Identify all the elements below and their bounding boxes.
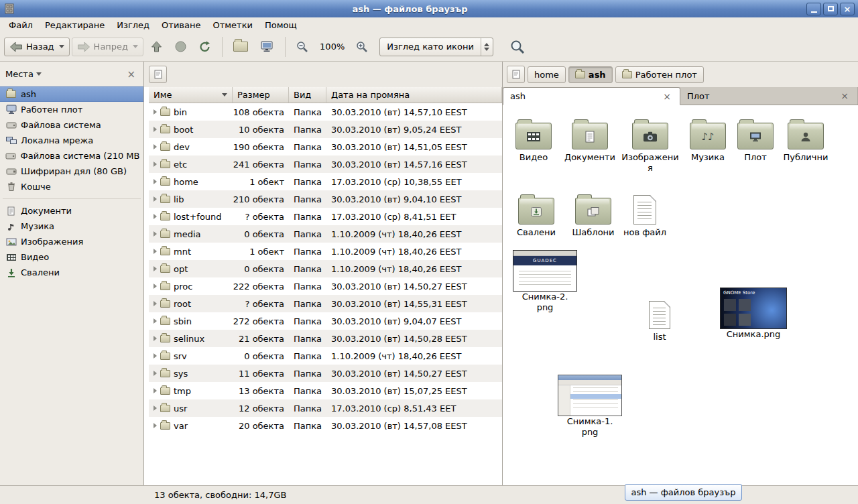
table-row[interactable]: sbin272 обектаПапка30.03.2010 (вт) 9,04,… — [149, 312, 502, 330]
minimize-button[interactable] — [806, 3, 821, 15]
computer-button[interactable] — [255, 37, 280, 56]
table-row[interactable]: boot10 обектаПапка30.03.2010 (вт) 9,05,2… — [149, 121, 502, 138]
close-button[interactable]: × — [840, 3, 855, 15]
table-row[interactable]: media0 обектаПапка1.10.2009 (чт) 18,40,2… — [149, 225, 502, 243]
file-item-documents[interactable]: Документи — [560, 115, 619, 163]
table-row[interactable]: opt0 обектаПапка1.10.2009 (чт) 18,40,26 … — [149, 260, 502, 277]
file-item-downloads[interactable]: Свалени — [509, 190, 563, 238]
file-item-desktop-folder[interactable]: Плот — [735, 115, 776, 163]
expander-icon[interactable] — [154, 353, 157, 359]
menu-help[interactable]: Помощ — [259, 19, 303, 32]
table-row[interactable]: sys11 обектаПапка30.03.2010 (вт) 14,50,2… — [149, 365, 502, 382]
file-item-snimka1[interactable]: Снимка-1.png — [556, 375, 623, 437]
zoom-out-button[interactable] — [291, 37, 314, 57]
expander-icon[interactable] — [154, 231, 157, 237]
titlebar[interactable]: ash — файлов браузър × — [0, 0, 858, 17]
sidebar-item-video[interactable]: Видео — [0, 249, 143, 265]
combo-spinner-icon[interactable] — [481, 38, 493, 56]
menu-edit[interactable]: Редактиране — [39, 19, 111, 32]
column-header-type[interactable]: Вид — [289, 87, 326, 103]
file-item-new-file[interactable]: нов файл — [618, 190, 672, 238]
icon-view[interactable]: Видео Документи Изображения ♪♪ Музика Пл… — [503, 105, 858, 485]
expander-icon[interactable] — [154, 405, 157, 411]
pathbar-button-desktop[interactable]: Работен плот — [615, 66, 704, 83]
expander-icon[interactable] — [154, 284, 157, 289]
sidebar-close-icon[interactable]: × — [124, 68, 138, 80]
taskbar-window-button[interactable]: ash — файлов браузър — [625, 484, 742, 501]
tab-desktop[interactable]: Плот × — [680, 87, 858, 105]
table-row[interactable]: root? обектаПапка30.03.2010 (вт) 14,55,3… — [149, 295, 502, 312]
expander-icon[interactable] — [154, 196, 157, 202]
pathbar-button-ash[interactable]: ash — [568, 66, 613, 83]
forward-button[interactable]: Напред — [72, 38, 143, 56]
sidebar-item-desktop[interactable]: Работен плот — [0, 102, 143, 117]
tab-ash[interactable]: ash × — [503, 87, 680, 105]
table-row[interactable]: tmp13 обектаПапка30.03.2010 (вт) 15,07,2… — [149, 382, 502, 399]
location-toggle-button[interactable] — [149, 66, 167, 83]
file-item-templates[interactable]: Шаблони — [567, 190, 619, 238]
file-item-snimka[interactable]: GNOME Store Снимка.png — [720, 288, 787, 340]
expander-icon[interactable] — [154, 336, 157, 341]
sidebar-item-filesystem-210mb[interactable]: Файлова система (210 MB) — [0, 148, 143, 164]
file-item-video[interactable]: Видео — [507, 115, 560, 163]
expander-icon[interactable] — [154, 266, 157, 271]
expander-icon[interactable] — [154, 249, 157, 254]
expander-icon[interactable] — [154, 318, 157, 324]
reload-button[interactable] — [194, 37, 217, 57]
file-item-images[interactable]: Изображения — [621, 115, 680, 173]
tab-close-icon[interactable]: × — [661, 91, 673, 102]
location-toggle-button[interactable] — [507, 66, 525, 83]
table-row[interactable]: lib210 обектаПапка30.03.2010 (вт) 9,04,1… — [149, 190, 502, 208]
sidebar-item-documents[interactable]: Документи — [0, 203, 143, 218]
sidebar-title-select[interactable]: Места — [5, 69, 42, 79]
expander-icon[interactable] — [154, 423, 157, 428]
menu-go[interactable]: Отиване — [156, 19, 206, 32]
table-row[interactable]: var20 обектаПапка30.03.2010 (вт) 14,57,0… — [149, 417, 502, 434]
expander-icon[interactable] — [154, 162, 157, 167]
table-row[interactable]: dev190 обектаПапка30.03.2010 (вт) 14,51,… — [149, 138, 502, 155]
file-item-music[interactable]: ♪♪ Музика — [682, 115, 733, 163]
expander-icon[interactable] — [154, 301, 157, 306]
table-row[interactable]: mnt1 обектПапка1.10.2009 (чт) 18,40,26 E… — [149, 243, 502, 260]
sidebar-item-encrypted-80gb[interactable]: Шифриран дял (80 GB) — [0, 164, 143, 179]
tab-close-icon[interactable]: × — [839, 90, 851, 101]
zoom-in-button[interactable] — [351, 37, 373, 57]
file-item-list[interactable]: list — [634, 297, 685, 342]
home-button[interactable] — [228, 38, 253, 56]
expander-icon[interactable] — [154, 179, 157, 184]
table-row[interactable]: selinux21 обектаПапка30.03.2010 (вт) 14,… — [149, 330, 502, 347]
sidebar-item-filesystem[interactable]: Файлова система — [0, 117, 143, 133]
stop-button[interactable] — [170, 37, 192, 56]
sidebar-item-ash[interactable]: ash — [0, 86, 143, 102]
table-row[interactable]: srv0 обектаПапка1.10.2009 (чт) 18,40,26 … — [149, 347, 502, 365]
expander-icon[interactable] — [154, 371, 157, 376]
view-mode-select[interactable]: Изглед като икони — [379, 38, 493, 56]
expander-icon[interactable] — [154, 144, 157, 149]
menu-file[interactable]: Файл — [3, 19, 39, 32]
file-item-snimka2[interactable]: GUADEC Снимка-2.png — [512, 250, 578, 312]
table-row[interactable]: bin108 обектаПапка30.03.2010 (вт) 14,57,… — [149, 103, 502, 121]
table-row[interactable]: etc241 обектаПапка30.03.2010 (вт) 14,57,… — [149, 155, 502, 173]
file-item-public[interactable]: Публични — [778, 115, 834, 163]
sidebar-item-local-network[interactable]: Локална мрежа — [0, 133, 143, 148]
column-header-date[interactable]: Дата на промяна — [326, 87, 502, 103]
back-button[interactable]: Назад — [4, 38, 70, 56]
up-button[interactable] — [145, 37, 168, 56]
table-row[interactable]: lost+found? обектаПапка17.03.2010 (ср) 8… — [149, 208, 502, 225]
table-row[interactable]: proc222 обектаПапка30.03.2010 (вт) 14,50… — [149, 277, 502, 295]
table-row[interactable]: home1 обектПапка17.03.2010 (ср) 10,38,55… — [149, 173, 502, 190]
maximize-button[interactable] — [823, 3, 838, 15]
table-row[interactable]: usr12 обектаПапка17.03.2010 (ср) 8,51,43… — [149, 399, 502, 417]
sidebar-item-images[interactable]: Изображения — [0, 234, 143, 249]
sidebar-item-downloads[interactable]: Свалени — [0, 265, 143, 280]
column-header-size[interactable]: Размер — [233, 87, 289, 103]
expander-icon[interactable] — [154, 109, 157, 115]
sidebar-item-trash[interactable]: Кошче — [0, 179, 143, 194]
sidebar-item-music[interactable]: Музика — [0, 218, 143, 234]
back-dropdown-icon[interactable] — [59, 45, 64, 48]
expander-icon[interactable] — [154, 127, 157, 132]
column-header-name[interactable]: Име — [149, 87, 233, 103]
pathbar-button-home[interactable]: home — [528, 66, 566, 83]
expander-icon[interactable] — [154, 214, 157, 219]
search-button[interactable] — [505, 36, 530, 58]
